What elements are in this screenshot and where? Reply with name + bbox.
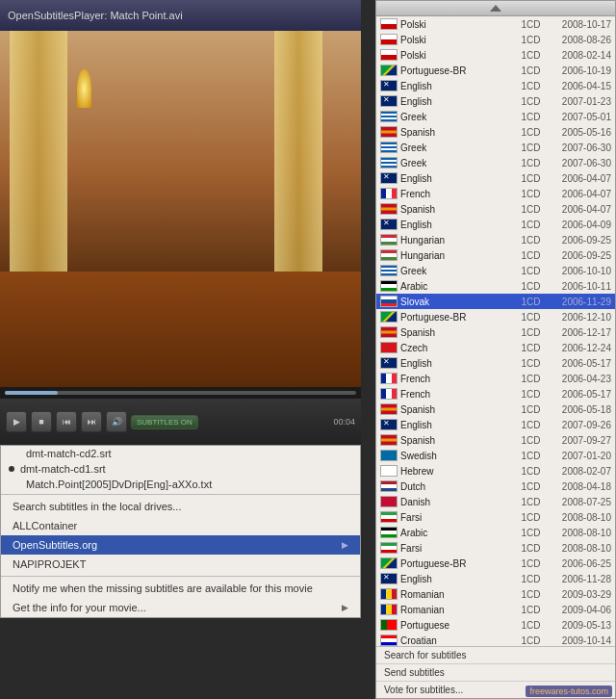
subtitle-date: 2006-04-07: [546, 204, 611, 215]
subtitle-row[interactable]: English1CD2006-05-17: [376, 355, 615, 371]
subtitle-row[interactable]: French1CD2006-04-23: [376, 371, 615, 386]
flag-icon: [380, 357, 398, 369]
subtitle-row[interactable]: Danish1CD2008-07-25: [376, 494, 615, 509]
subtitle-row[interactable]: Polski1CD2008-08-26: [376, 32, 615, 47]
subtitle-row[interactable]: Dutch1CD2008-04-18: [376, 479, 615, 494]
subtitle-row[interactable]: Hungarian1CD2006-09-25: [376, 247, 615, 263]
subtitle-date: 2006-11-29: [546, 297, 611, 307]
menu-item[interactable]: OpenSubtitles.org▶: [1, 535, 360, 555]
footer-button[interactable]: Search for subtitles: [376, 647, 616, 663]
stop-button[interactable]: ■: [31, 411, 52, 432]
subtitle-row[interactable]: Arabic1CD2008-08-10: [376, 525, 615, 540]
subtitle-language: Hebrew: [400, 466, 516, 477]
subtitles-toggle[interactable]: SUBTITLES ON: [131, 415, 198, 429]
subtitle-row[interactable]: Greek1CD2007-06-30: [376, 140, 615, 155]
progress-bar[interactable]: [5, 391, 356, 395]
subtitle-row[interactable]: Portuguese-BR1CD2006-12-10: [376, 309, 615, 324]
menu-item[interactable]: NAPIPROJEKT: [1, 555, 360, 574]
subtitle-cd: 1CD: [519, 620, 543, 631]
subtitle-language: Portuguese-BR: [400, 312, 516, 323]
flag-icon: [380, 403, 398, 415]
subtitle-cd: 1CD: [519, 19, 543, 30]
subtitle-row[interactable]: Hungarian1CD2006-09-25: [376, 232, 615, 247]
subtitle-row[interactable]: French1CD2006-05-17: [376, 386, 615, 401]
prev-button[interactable]: ⏮: [56, 411, 77, 432]
volume-button[interactable]: 🔊: [106, 411, 127, 432]
subtitle-row[interactable]: English1CD2006-04-07: [376, 170, 615, 186]
flag-icon: [380, 557, 398, 569]
subtitle-row[interactable]: Spanish1CD2005-05-16: [376, 124, 615, 140]
flag-icon: [380, 342, 398, 353]
flag-icon: [380, 542, 398, 554]
subtitle-row[interactable]: Portuguese-BR1CD2006-06-25: [376, 556, 615, 571]
dropdown-header[interactable]: [376, 1, 615, 16]
subtitle-row[interactable]: Hebrew1CD2008-02-07: [376, 463, 615, 479]
menu-item[interactable]: Get the info for your movie...▶: [1, 598, 360, 617]
subtitle-row[interactable]: Slovak1CD2006-11-29: [376, 294, 615, 309]
flag-icon: [380, 527, 398, 538]
flag-icon: [380, 249, 398, 261]
flag-icon: [380, 296, 398, 307]
subtitle-language: French: [400, 189, 516, 199]
subtitle-row[interactable]: Portuguese-BR1CD2006-10-19: [376, 63, 615, 78]
subtitle-cd: 1CD: [519, 96, 543, 107]
context-menu: dmt-match-cd2.srtdmt-match-cd1.srtMatch.…: [0, 445, 361, 618]
subtitle-row[interactable]: Spanish1CD2007-09-27: [376, 432, 615, 448]
subtitle-row[interactable]: Polski1CD2008-02-14: [376, 47, 615, 63]
subtitle-row[interactable]: Swedish1CD2007-01-20: [376, 448, 615, 463]
subtitle-row[interactable]: Polski1CD2008-10-17: [376, 16, 615, 32]
subtitle-row[interactable]: Romanian1CD2009-03-29: [376, 586, 615, 602]
subtitle-row[interactable]: Arabic1CD2006-10-11: [376, 278, 615, 294]
flag-icon: [380, 49, 398, 61]
menu-item[interactable]: Notify me when the missing subtitles are…: [1, 579, 360, 598]
flag-icon: [380, 311, 398, 323]
subtitle-language: Czech: [400, 343, 516, 353]
subtitle-file-item[interactable]: dmt-match-cd1.srt: [1, 461, 360, 477]
subtitle-cd: 1CD: [519, 173, 543, 184]
play-button[interactable]: ▶: [6, 411, 27, 432]
subtitle-language: Greek: [400, 266, 516, 276]
subtitle-date: 2007-09-27: [546, 435, 611, 446]
subtitle-row[interactable]: Farsi1CD2008-08-10: [376, 509, 615, 525]
subtitle-row[interactable]: English1CD2007-09-26: [376, 417, 615, 432]
subtitle-file-item[interactable]: dmt-match-cd2.srt: [1, 446, 360, 461]
subtitle-file-item[interactable]: Match.Point[2005]DvDrip[Eng]-aXXo.txt: [1, 477, 360, 492]
subtitle-row[interactable]: English1CD2006-11-28: [376, 571, 615, 586]
flag-icon: [380, 388, 398, 400]
flag-icon: [380, 157, 398, 168]
subtitle-language: Spanish: [400, 435, 516, 446]
subtitle-dropdown: Polski1CD2008-10-17Polski1CD2008-08-26Po…: [375, 0, 616, 699]
subtitle-row[interactable]: Spanish1CD2006-12-17: [376, 324, 615, 340]
subtitle-row[interactable]: Spanish1CD2006-05-18: [376, 401, 615, 417]
flag-icon: [380, 126, 398, 138]
subtitle-cd: 1CD: [519, 112, 543, 122]
subtitle-row[interactable]: English1CD2007-01-23: [376, 93, 615, 109]
subtitle-row[interactable]: English1CD2006-04-09: [376, 217, 615, 232]
subtitle-list[interactable]: Polski1CD2008-10-17Polski1CD2008-08-26Po…: [376, 16, 615, 648]
flag-icon: [380, 142, 398, 153]
menu-item[interactable]: ALLContainer: [1, 516, 360, 535]
subtitle-row[interactable]: Greek1CD2006-10-10: [376, 263, 615, 278]
subtitle-date: 2009-05-13: [546, 620, 611, 631]
subtitle-cd: 1CD: [519, 404, 543, 415]
subtitle-row[interactable]: Portuguese1CD2009-05-13: [376, 617, 615, 633]
subtitle-row[interactable]: Greek1CD2007-06-30: [376, 155, 615, 170]
next-button[interactable]: ⏭: [81, 411, 102, 432]
subtitle-language: Spanish: [400, 327, 516, 338]
subtitle-row[interactable]: Czech1CD2006-12-24: [376, 340, 615, 355]
subtitle-row[interactable]: French1CD2006-04-07: [376, 186, 615, 201]
menu-item[interactable]: Search subtitles in the local drives...: [1, 497, 360, 516]
subtitle-row[interactable]: Romanian1CD2009-04-06: [376, 602, 615, 617]
subtitle-row[interactable]: English1CD2006-04-15: [376, 78, 615, 93]
subtitle-row[interactable]: Spanish1CD2006-04-07: [376, 201, 615, 217]
menu-item-label: NAPIPROJEKT: [13, 558, 86, 570]
subtitle-row[interactable]: Farsi1CD2008-08-10: [376, 540, 615, 556]
flag-icon: [380, 203, 398, 215]
subtitle-row[interactable]: Greek1CD2007-05-01: [376, 109, 615, 124]
flag-icon: [380, 465, 398, 477]
footer-button[interactable]: Send subtitles: [376, 664, 616, 681]
progress-area[interactable]: [0, 387, 361, 399]
subtitle-date: 2006-05-17: [546, 358, 611, 369]
subtitle-language: Croatian: [400, 635, 516, 646]
scroll-up-arrow[interactable]: [490, 5, 501, 12]
